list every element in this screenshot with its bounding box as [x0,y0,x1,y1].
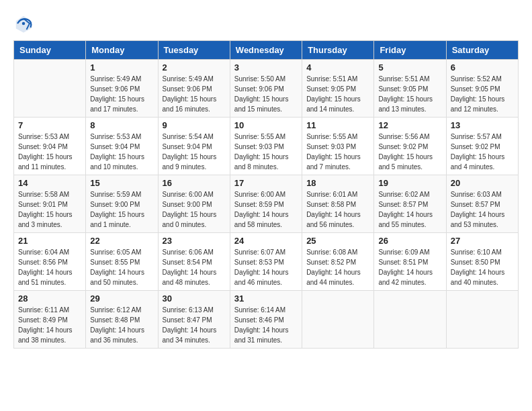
logo [13,13,35,34]
general-blue-logo-icon [13,13,34,34]
day-info: Sunrise: 5:54 AMSunset: 9:04 PMDaylight:… [163,132,226,172]
calendar-cell: 13Sunrise: 5:57 AMSunset: 9:02 PMDayligh… [446,118,518,175]
calendar-cell: 19Sunrise: 6:02 AMSunset: 8:57 PMDayligh… [374,175,446,233]
calendar-cell: 3Sunrise: 5:50 AMSunset: 9:06 PMDaylight… [230,60,302,118]
day-info: Sunrise: 5:55 AMSunset: 9:03 PMDaylight:… [306,132,369,172]
day-number: 18 [306,178,369,188]
calendar-cell: 5Sunrise: 5:51 AMSunset: 9:05 PMDaylight… [374,60,446,118]
day-number: 22 [90,236,153,246]
day-number: 25 [306,236,369,246]
day-number: 26 [378,236,441,246]
calendar-cell: 20Sunrise: 6:03 AMSunset: 8:57 PMDayligh… [446,175,518,233]
calendar-cell: 17Sunrise: 6:00 AMSunset: 8:59 PMDayligh… [230,175,302,233]
day-info: Sunrise: 6:13 AMSunset: 8:47 PMDaylight:… [163,305,226,345]
day-info: Sunrise: 5:53 AMSunset: 9:04 PMDaylight:… [18,132,81,172]
day-number: 3 [234,62,298,73]
day-number: 12 [378,120,441,130]
day-number: 16 [163,178,226,188]
calendar-cell: 10Sunrise: 5:55 AMSunset: 9:03 PMDayligh… [230,118,302,175]
calendar-cell: 21Sunrise: 6:04 AMSunset: 8:56 PMDayligh… [14,233,86,291]
day-info: Sunrise: 6:06 AMSunset: 8:54 PMDaylight:… [163,247,226,287]
day-number: 17 [234,178,298,188]
day-number: 2 [163,62,226,73]
calendar-cell: 30Sunrise: 6:13 AMSunset: 8:47 PMDayligh… [158,291,230,349]
day-info: Sunrise: 6:00 AMSunset: 8:59 PMDaylight:… [234,189,298,230]
calendar-cell: 24Sunrise: 6:07 AMSunset: 8:53 PMDayligh… [230,233,302,291]
day-info: Sunrise: 6:00 AMSunset: 9:00 PMDaylight:… [163,189,226,230]
weekday-header-sunday: Sunday [14,41,86,60]
calendar-cell: 9Sunrise: 5:54 AMSunset: 9:04 PMDaylight… [158,118,230,175]
calendar-cell: 12Sunrise: 5:56 AMSunset: 9:02 PMDayligh… [374,118,446,175]
day-info: Sunrise: 6:01 AMSunset: 8:58 PMDaylight:… [306,189,369,230]
calendar-header-row: SundayMondayTuesdayWednesdayThursdayFrid… [14,41,519,60]
calendar-week-row: 7Sunrise: 5:53 AMSunset: 9:04 PMDaylight… [14,118,519,175]
day-info: Sunrise: 6:04 AMSunset: 8:56 PMDaylight:… [18,247,81,287]
day-number: 27 [451,236,514,246]
day-number: 24 [234,236,298,246]
calendar-cell: 11Sunrise: 5:55 AMSunset: 9:03 PMDayligh… [302,118,374,175]
day-number: 11 [306,120,369,130]
calendar-cell: 26Sunrise: 6:09 AMSunset: 8:51 PMDayligh… [374,233,446,291]
day-info: Sunrise: 6:10 AMSunset: 8:50 PMDaylight:… [451,247,514,287]
day-number: 14 [18,178,81,188]
calendar-cell: 14Sunrise: 5:58 AMSunset: 9:01 PMDayligh… [14,175,86,233]
day-info: Sunrise: 5:50 AMSunset: 9:06 PMDaylight:… [234,74,298,114]
day-number: 4 [306,62,369,73]
weekday-header-thursday: Thursday [302,41,374,60]
day-number: 15 [90,178,153,188]
calendar-cell: 16Sunrise: 6:00 AMSunset: 9:00 PMDayligh… [158,175,230,233]
day-info: Sunrise: 6:03 AMSunset: 8:57 PMDaylight:… [451,189,514,230]
calendar-week-row: 21Sunrise: 6:04 AMSunset: 8:56 PMDayligh… [14,233,519,291]
calendar-cell: 8Sunrise: 5:53 AMSunset: 9:04 PMDaylight… [86,118,158,175]
day-number: 8 [90,120,153,130]
day-number: 1 [90,62,153,73]
day-info: Sunrise: 6:14 AMSunset: 8:46 PMDaylight:… [234,305,298,345]
day-info: Sunrise: 5:56 AMSunset: 9:02 PMDaylight:… [378,132,441,172]
day-info: Sunrise: 5:51 AMSunset: 9:05 PMDaylight:… [306,74,369,114]
calendar-cell: 7Sunrise: 5:53 AMSunset: 9:04 PMDaylight… [14,118,86,175]
day-info: Sunrise: 5:51 AMSunset: 9:05 PMDaylight:… [378,74,441,114]
day-number: 6 [451,62,514,73]
calendar-cell [446,291,518,349]
calendar-week-row: 1Sunrise: 5:49 AMSunset: 9:06 PMDaylight… [14,60,519,118]
calendar-cell: 23Sunrise: 6:06 AMSunset: 8:54 PMDayligh… [158,233,230,291]
weekday-header-tuesday: Tuesday [158,41,230,60]
calendar-cell [14,60,86,118]
day-info: Sunrise: 5:57 AMSunset: 9:02 PMDaylight:… [451,132,514,172]
day-number: 28 [18,293,81,304]
calendar-cell: 28Sunrise: 6:11 AMSunset: 8:49 PMDayligh… [14,291,86,349]
day-number: 13 [451,120,514,130]
day-info: Sunrise: 6:12 AMSunset: 8:48 PMDaylight:… [90,305,153,345]
calendar-cell: 1Sunrise: 5:49 AMSunset: 9:06 PMDaylight… [86,60,158,118]
day-info: Sunrise: 6:08 AMSunset: 8:52 PMDaylight:… [306,247,369,287]
day-number: 31 [234,293,298,304]
calendar-cell: 15Sunrise: 5:59 AMSunset: 9:00 PMDayligh… [86,175,158,233]
day-info: Sunrise: 5:49 AMSunset: 9:06 PMDaylight:… [163,74,226,114]
calendar-cell: 25Sunrise: 6:08 AMSunset: 8:52 PMDayligh… [302,233,374,291]
weekday-header-monday: Monday [86,41,158,60]
calendar-cell: 4Sunrise: 5:51 AMSunset: 9:05 PMDaylight… [302,60,374,118]
day-number: 5 [378,62,441,73]
day-number: 7 [18,120,81,130]
day-number: 10 [234,120,298,130]
svg-point-1 [22,22,26,26]
day-info: Sunrise: 6:02 AMSunset: 8:57 PMDaylight:… [378,189,441,230]
calendar-cell: 6Sunrise: 5:52 AMSunset: 9:05 PMDaylight… [446,60,518,118]
day-info: Sunrise: 6:09 AMSunset: 8:51 PMDaylight:… [378,247,441,287]
calendar-week-row: 28Sunrise: 6:11 AMSunset: 8:49 PMDayligh… [14,291,519,349]
calendar-cell: 18Sunrise: 6:01 AMSunset: 8:58 PMDayligh… [302,175,374,233]
day-number: 20 [451,178,514,188]
calendar-cell: 27Sunrise: 6:10 AMSunset: 8:50 PMDayligh… [446,233,518,291]
day-info: Sunrise: 6:07 AMSunset: 8:53 PMDaylight:… [234,247,298,287]
day-number: 30 [163,293,226,304]
calendar-cell: 2Sunrise: 5:49 AMSunset: 9:06 PMDaylight… [158,60,230,118]
day-info: Sunrise: 5:58 AMSunset: 9:01 PMDaylight:… [18,189,81,230]
calendar-table: SundayMondayTuesdayWednesdayThursdayFrid… [13,40,519,349]
weekday-header-friday: Friday [374,41,446,60]
day-number: 23 [163,236,226,246]
day-info: Sunrise: 5:49 AMSunset: 9:06 PMDaylight:… [90,74,153,114]
weekday-header-wednesday: Wednesday [230,41,302,60]
day-info: Sunrise: 5:52 AMSunset: 9:05 PMDaylight:… [451,74,514,114]
day-info: Sunrise: 6:05 AMSunset: 8:55 PMDaylight:… [90,247,153,287]
calendar-cell [302,291,374,349]
